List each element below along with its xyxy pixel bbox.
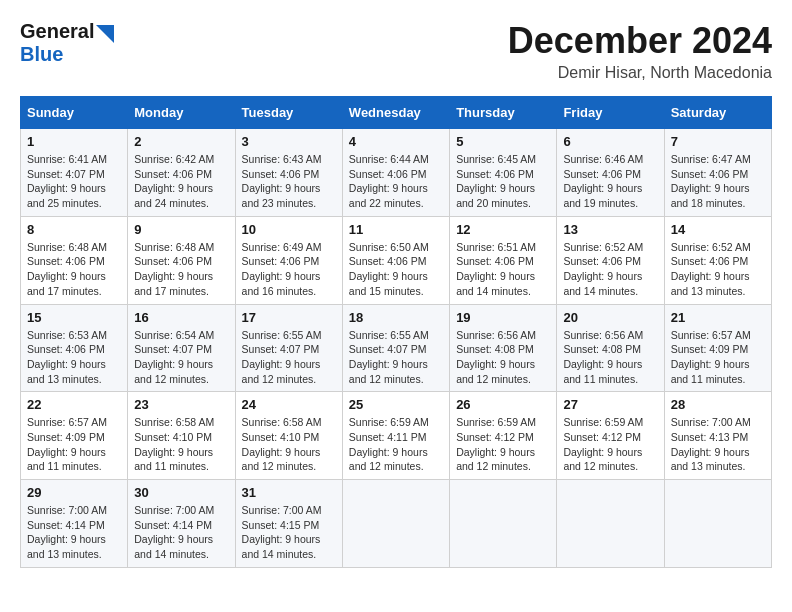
day-info: Sunrise: 6:56 AMSunset: 4:08 PMDaylight:… (563, 328, 657, 387)
day-number: 24 (242, 397, 336, 412)
day-number: 4 (349, 134, 443, 149)
title-area: December 2024 Demir Hisar, North Macedon… (508, 20, 772, 82)
day-info: Sunrise: 6:42 AMSunset: 4:06 PMDaylight:… (134, 152, 228, 211)
day-number: 1 (27, 134, 121, 149)
day-info: Sunrise: 6:59 AMSunset: 4:12 PMDaylight:… (563, 415, 657, 474)
calendar-cell: 1Sunrise: 6:41 AMSunset: 4:07 PMDaylight… (21, 129, 128, 217)
calendar-cell (557, 480, 664, 568)
day-number: 16 (134, 310, 228, 325)
day-number: 22 (27, 397, 121, 412)
logo-triangle-icon (96, 25, 114, 43)
col-header-tuesday: Tuesday (235, 97, 342, 129)
calendar-cell: 16Sunrise: 6:54 AMSunset: 4:07 PMDayligh… (128, 304, 235, 392)
day-number: 3 (242, 134, 336, 149)
day-info: Sunrise: 6:43 AMSunset: 4:06 PMDaylight:… (242, 152, 336, 211)
day-number: 17 (242, 310, 336, 325)
day-number: 25 (349, 397, 443, 412)
day-number: 12 (456, 222, 550, 237)
week-row: 15Sunrise: 6:53 AMSunset: 4:06 PMDayligh… (21, 304, 772, 392)
day-info: Sunrise: 6:52 AMSunset: 4:06 PMDaylight:… (563, 240, 657, 299)
day-info: Sunrise: 6:45 AMSunset: 4:06 PMDaylight:… (456, 152, 550, 211)
day-info: Sunrise: 7:00 AMSunset: 4:14 PMDaylight:… (134, 503, 228, 562)
day-info: Sunrise: 7:00 AMSunset: 4:15 PMDaylight:… (242, 503, 336, 562)
week-row: 29Sunrise: 7:00 AMSunset: 4:14 PMDayligh… (21, 480, 772, 568)
day-info: Sunrise: 6:48 AMSunset: 4:06 PMDaylight:… (134, 240, 228, 299)
day-info: Sunrise: 6:50 AMSunset: 4:06 PMDaylight:… (349, 240, 443, 299)
week-row: 8Sunrise: 6:48 AMSunset: 4:06 PMDaylight… (21, 216, 772, 304)
day-info: Sunrise: 6:49 AMSunset: 4:06 PMDaylight:… (242, 240, 336, 299)
day-info: Sunrise: 6:59 AMSunset: 4:11 PMDaylight:… (349, 415, 443, 474)
calendar-cell: 6Sunrise: 6:46 AMSunset: 4:06 PMDaylight… (557, 129, 664, 217)
calendar-cell: 14Sunrise: 6:52 AMSunset: 4:06 PMDayligh… (664, 216, 771, 304)
day-number: 21 (671, 310, 765, 325)
logo: General Blue (20, 20, 114, 66)
day-info: Sunrise: 6:57 AMSunset: 4:09 PMDaylight:… (671, 328, 765, 387)
calendar-cell: 2Sunrise: 6:42 AMSunset: 4:06 PMDaylight… (128, 129, 235, 217)
day-info: Sunrise: 6:47 AMSunset: 4:06 PMDaylight:… (671, 152, 765, 211)
day-number: 30 (134, 485, 228, 500)
day-number: 19 (456, 310, 550, 325)
calendar-cell (664, 480, 771, 568)
calendar-cell: 20Sunrise: 6:56 AMSunset: 4:08 PMDayligh… (557, 304, 664, 392)
day-number: 9 (134, 222, 228, 237)
col-header-friday: Friday (557, 97, 664, 129)
day-number: 6 (563, 134, 657, 149)
calendar-table: SundayMondayTuesdayWednesdayThursdayFrid… (20, 96, 772, 568)
calendar-cell: 22Sunrise: 6:57 AMSunset: 4:09 PMDayligh… (21, 392, 128, 480)
calendar-cell: 4Sunrise: 6:44 AMSunset: 4:06 PMDaylight… (342, 129, 449, 217)
day-number: 29 (27, 485, 121, 500)
calendar-cell: 18Sunrise: 6:55 AMSunset: 4:07 PMDayligh… (342, 304, 449, 392)
month-title: December 2024 (508, 20, 772, 62)
day-number: 26 (456, 397, 550, 412)
col-header-thursday: Thursday (450, 97, 557, 129)
calendar-cell: 11Sunrise: 6:50 AMSunset: 4:06 PMDayligh… (342, 216, 449, 304)
calendar-cell: 28Sunrise: 7:00 AMSunset: 4:13 PMDayligh… (664, 392, 771, 480)
day-info: Sunrise: 6:53 AMSunset: 4:06 PMDaylight:… (27, 328, 121, 387)
day-info: Sunrise: 6:58 AMSunset: 4:10 PMDaylight:… (242, 415, 336, 474)
week-row: 22Sunrise: 6:57 AMSunset: 4:09 PMDayligh… (21, 392, 772, 480)
calendar-cell: 13Sunrise: 6:52 AMSunset: 4:06 PMDayligh… (557, 216, 664, 304)
day-info: Sunrise: 6:54 AMSunset: 4:07 PMDaylight:… (134, 328, 228, 387)
day-info: Sunrise: 6:48 AMSunset: 4:06 PMDaylight:… (27, 240, 121, 299)
day-number: 15 (27, 310, 121, 325)
day-info: Sunrise: 6:41 AMSunset: 4:07 PMDaylight:… (27, 152, 121, 211)
calendar-cell: 12Sunrise: 6:51 AMSunset: 4:06 PMDayligh… (450, 216, 557, 304)
calendar-cell: 17Sunrise: 6:55 AMSunset: 4:07 PMDayligh… (235, 304, 342, 392)
calendar-cell: 26Sunrise: 6:59 AMSunset: 4:12 PMDayligh… (450, 392, 557, 480)
day-info: Sunrise: 7:00 AMSunset: 4:14 PMDaylight:… (27, 503, 121, 562)
day-number: 28 (671, 397, 765, 412)
day-number: 14 (671, 222, 765, 237)
day-number: 20 (563, 310, 657, 325)
calendar-cell: 5Sunrise: 6:45 AMSunset: 4:06 PMDaylight… (450, 129, 557, 217)
calendar-cell: 9Sunrise: 6:48 AMSunset: 4:06 PMDaylight… (128, 216, 235, 304)
calendar-cell: 29Sunrise: 7:00 AMSunset: 4:14 PMDayligh… (21, 480, 128, 568)
day-number: 7 (671, 134, 765, 149)
calendar-cell: 24Sunrise: 6:58 AMSunset: 4:10 PMDayligh… (235, 392, 342, 480)
calendar-cell: 8Sunrise: 6:48 AMSunset: 4:06 PMDaylight… (21, 216, 128, 304)
day-number: 2 (134, 134, 228, 149)
day-info: Sunrise: 6:51 AMSunset: 4:06 PMDaylight:… (456, 240, 550, 299)
day-info: Sunrise: 7:00 AMSunset: 4:13 PMDaylight:… (671, 415, 765, 474)
day-info: Sunrise: 6:55 AMSunset: 4:07 PMDaylight:… (242, 328, 336, 387)
calendar-cell: 30Sunrise: 7:00 AMSunset: 4:14 PMDayligh… (128, 480, 235, 568)
calendar-cell: 7Sunrise: 6:47 AMSunset: 4:06 PMDaylight… (664, 129, 771, 217)
day-info: Sunrise: 6:56 AMSunset: 4:08 PMDaylight:… (456, 328, 550, 387)
day-info: Sunrise: 6:46 AMSunset: 4:06 PMDaylight:… (563, 152, 657, 211)
col-header-sunday: Sunday (21, 97, 128, 129)
day-info: Sunrise: 6:57 AMSunset: 4:09 PMDaylight:… (27, 415, 121, 474)
calendar-cell: 21Sunrise: 6:57 AMSunset: 4:09 PMDayligh… (664, 304, 771, 392)
day-info: Sunrise: 6:58 AMSunset: 4:10 PMDaylight:… (134, 415, 228, 474)
day-info: Sunrise: 6:44 AMSunset: 4:06 PMDaylight:… (349, 152, 443, 211)
day-number: 31 (242, 485, 336, 500)
header: General Blue December 2024 Demir Hisar, … (20, 20, 772, 82)
logo-text: General Blue (20, 20, 114, 66)
day-number: 8 (27, 222, 121, 237)
day-info: Sunrise: 6:59 AMSunset: 4:12 PMDaylight:… (456, 415, 550, 474)
location-title: Demir Hisar, North Macedonia (508, 64, 772, 82)
col-header-monday: Monday (128, 97, 235, 129)
calendar-cell: 31Sunrise: 7:00 AMSunset: 4:15 PMDayligh… (235, 480, 342, 568)
header-row: SundayMondayTuesdayWednesdayThursdayFrid… (21, 97, 772, 129)
calendar-cell: 27Sunrise: 6:59 AMSunset: 4:12 PMDayligh… (557, 392, 664, 480)
calendar-cell: 23Sunrise: 6:58 AMSunset: 4:10 PMDayligh… (128, 392, 235, 480)
day-number: 13 (563, 222, 657, 237)
